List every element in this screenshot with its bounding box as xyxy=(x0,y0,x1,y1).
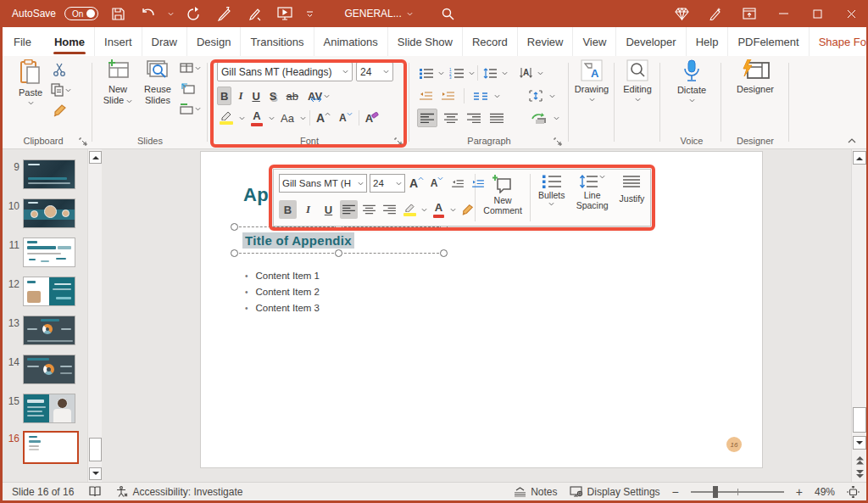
notes-button[interactable]: Notes xyxy=(514,486,557,498)
line-spacing-dropdown-icon[interactable] xyxy=(502,71,508,75)
tab-design[interactable]: Design xyxy=(187,27,241,56)
text-direction-dropdown-icon[interactable] xyxy=(537,71,543,75)
collapse-ribbon-icon[interactable] xyxy=(848,138,856,143)
font-name-combobox[interactable]: Gill Sans MT (Headings) xyxy=(217,62,353,81)
slide-16-preview[interactable] xyxy=(23,431,79,464)
thumbnail-slide-14[interactable]: 14 xyxy=(3,355,87,384)
format-painter-button[interactable] xyxy=(53,103,68,118)
start-slideshow-icon[interactable] xyxy=(274,3,296,25)
content-bullet-list[interactable]: •Content Item 1 •Content Item 2 •Content… xyxy=(245,271,320,319)
slide-count-status[interactable]: Slide 16 of 16 xyxy=(12,486,74,498)
columns-button[interactable] xyxy=(471,87,490,105)
selection-handle[interactable] xyxy=(440,249,448,257)
font-color-dropdown-icon[interactable] xyxy=(269,116,275,120)
thumbnail-slide-16[interactable]: 16 xyxy=(3,431,87,464)
zoom-slider-thumb[interactable] xyxy=(713,486,718,498)
change-case-dropdown-icon[interactable] xyxy=(300,116,306,120)
highlight-dropdown-icon[interactable] xyxy=(239,116,245,120)
copy-button[interactable] xyxy=(51,83,71,97)
next-slide-icon[interactable] xyxy=(853,468,866,480)
strikethrough-button[interactable]: ab xyxy=(284,87,301,105)
reuse-slides-button[interactable]: ReuseSlides xyxy=(139,59,176,105)
mini-decrease-font-size-button[interactable]: A xyxy=(428,174,446,193)
text-shadow-button[interactable]: S xyxy=(267,87,280,105)
thumbnail-slide-9[interactable]: 9 xyxy=(3,159,87,189)
bullets-dropdown-icon[interactable] xyxy=(438,71,444,75)
slide-13-preview[interactable] xyxy=(23,316,75,345)
mini-highlight-dropdown-icon[interactable] xyxy=(421,208,427,212)
quick-access-overflow-icon[interactable] xyxy=(306,10,314,18)
mini-italic-button[interactable]: I xyxy=(299,200,317,219)
cut-button[interactable] xyxy=(53,63,67,76)
paragraph-dialog-launcher-icon[interactable] xyxy=(554,137,562,146)
underline-button[interactable]: U xyxy=(249,87,262,105)
selection-handle[interactable] xyxy=(335,249,342,257)
align-right-button[interactable] xyxy=(465,109,483,127)
selection-handle[interactable] xyxy=(231,249,238,257)
search-icon[interactable] xyxy=(434,0,461,27)
designer-button[interactable]: Designer xyxy=(731,59,780,95)
textbox-title-text[interactable]: Title of Appendix xyxy=(242,232,354,249)
mini-increase-indent-button[interactable] xyxy=(469,174,487,193)
thumbnail-slide-11[interactable]: 11 xyxy=(3,238,87,267)
slide-11-preview[interactable] xyxy=(23,238,75,267)
mini-align-right-button[interactable] xyxy=(381,200,398,219)
decrease-font-size-button[interactable]: A xyxy=(337,109,355,127)
layout-button[interactable] xyxy=(180,63,201,73)
tab-help[interactable]: Help xyxy=(687,27,729,56)
maximize-button[interactable] xyxy=(800,0,834,27)
tab-view[interactable]: View xyxy=(573,27,616,56)
mini-align-center-button[interactable] xyxy=(360,200,378,219)
font-dialog-launcher-icon[interactable] xyxy=(394,137,403,146)
change-case-button[interactable]: Aa xyxy=(278,109,297,127)
paste-button[interactable]: Paste xyxy=(14,59,47,105)
mini-increase-font-size-button[interactable]: A xyxy=(408,174,426,193)
thumbnail-slide-13[interactable]: 13 xyxy=(3,316,87,345)
smartart-dropdown-icon[interactable] xyxy=(554,116,559,120)
editing-button[interactable]: Editing xyxy=(619,59,656,102)
increase-indent-button[interactable] xyxy=(439,87,457,105)
align-text-button[interactable] xyxy=(526,87,545,105)
zoom-level[interactable]: 49% xyxy=(815,486,835,498)
reset-button[interactable] xyxy=(181,83,195,94)
justify-button[interactable] xyxy=(487,109,506,127)
paste-dropdown-icon[interactable] xyxy=(28,101,34,105)
tab-developer[interactable]: Developer xyxy=(616,27,686,56)
dictate-button[interactable]: Dictate xyxy=(671,59,712,103)
thumb-scroll-thumb[interactable] xyxy=(89,438,102,461)
tab-slide-show[interactable]: Slide Show xyxy=(388,27,463,56)
numbering-dropdown-icon[interactable] xyxy=(469,71,475,75)
thumb-scroll-up-icon[interactable] xyxy=(89,151,102,164)
undo-dropdown-icon[interactable] xyxy=(168,12,174,16)
text-highlight-button[interactable] xyxy=(217,109,236,127)
mini-font-size-combobox[interactable]: 24 xyxy=(370,174,405,193)
thumbnail-slide-15[interactable]: 15 xyxy=(3,394,87,423)
character-spacing-button[interactable]: AV xyxy=(305,87,332,105)
mini-font-color-button[interactable]: A xyxy=(430,200,448,219)
tab-record[interactable]: Record xyxy=(463,27,518,56)
tab-shape-format[interactable]: Shape Format xyxy=(810,27,868,56)
accessibility-status[interactable]: Accessibility: Investigate xyxy=(116,486,242,498)
scroll-thumb[interactable] xyxy=(853,407,866,433)
mini-line-spacing-button[interactable]: LineSpacing xyxy=(570,170,614,226)
columns-dropdown-icon[interactable] xyxy=(494,94,500,98)
mini-font-name-combobox[interactable]: Gill Sans MT (H xyxy=(279,174,367,193)
main-scrollbar[interactable] xyxy=(851,149,866,482)
tab-pdfelement[interactable]: PDFelement xyxy=(728,27,809,56)
tab-file[interactable]: File xyxy=(0,27,45,56)
slide-title-text[interactable]: Ap xyxy=(243,184,269,206)
fit-slide-to-window-icon[interactable] xyxy=(847,486,860,498)
mini-decrease-indent-button[interactable] xyxy=(448,174,466,193)
mini-bullets-button[interactable]: Bullets xyxy=(532,170,570,226)
align-center-button[interactable] xyxy=(442,109,460,127)
undo-button[interactable] xyxy=(137,3,159,25)
autosave-toggle[interactable]: On xyxy=(64,7,98,20)
mini-format-painter-button[interactable] xyxy=(459,200,476,219)
line-spacing-button[interactable] xyxy=(481,64,499,82)
numbering-button[interactable]: 123 xyxy=(447,64,466,82)
slide-10-preview[interactable] xyxy=(23,198,75,228)
tab-home[interactable]: Home xyxy=(45,27,95,56)
align-text-dropdown-icon[interactable] xyxy=(549,94,555,98)
document-title-area[interactable]: GENERAL... xyxy=(344,8,412,20)
mini-underline-button[interactable]: U xyxy=(320,200,337,219)
